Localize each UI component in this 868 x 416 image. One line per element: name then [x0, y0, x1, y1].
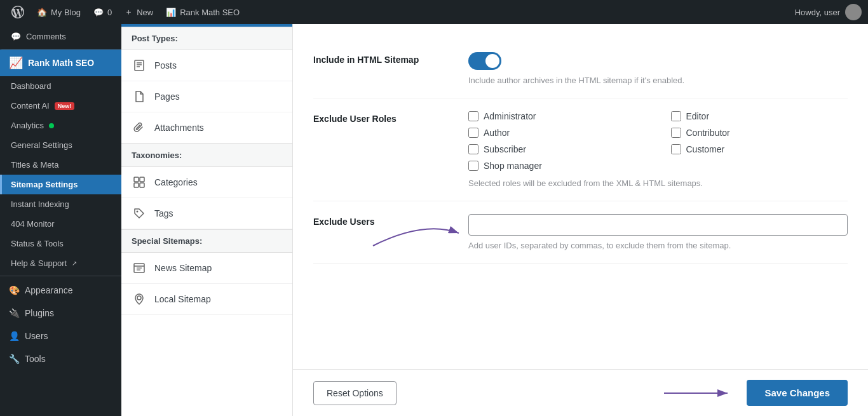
- new-button[interactable]: ＋ New: [119, 0, 158, 24]
- pages-label: Pages: [154, 91, 180, 102]
- sidebar-item-content-ai[interactable]: Content AI New!: [0, 96, 121, 116]
- plugins-label: Plugins: [25, 308, 54, 318]
- exclude-user-roles-label: Exclude User Roles: [313, 111, 453, 124]
- nav-local-sitemap[interactable]: Local Sitemap: [121, 284, 292, 315]
- home-icon: 🏠: [37, 8, 47, 17]
- plus-icon: ＋: [125, 6, 133, 18]
- shop-manager-checkbox[interactable]: [468, 161, 478, 171]
- attachments-icon: [132, 120, 147, 135]
- content-ai-label: Content AI: [11, 101, 50, 111]
- reset-button-wrapper: Reset Options: [313, 381, 397, 405]
- user-avatar[interactable]: [845, 4, 862, 20]
- sidebar-item-sitemap-settings[interactable]: Sitemap Settings: [0, 175, 121, 194]
- sitemap-settings-label: Sitemap Settings: [11, 180, 78, 189]
- checkbox-shop-manager: Shop manager: [468, 161, 646, 171]
- contributor-checkbox[interactable]: [671, 128, 681, 138]
- howdy-section: Howdy, user: [795, 4, 862, 20]
- sidebar-item-tools[interactable]: 🔧 Tools: [0, 347, 121, 370]
- nav-pages[interactable]: Pages: [121, 81, 292, 112]
- svg-rect-5: [140, 177, 144, 182]
- save-changes-button[interactable]: Save Changes: [747, 380, 848, 406]
- save-button-wrapper: Save Changes: [658, 380, 848, 406]
- administrator-checkbox[interactable]: [468, 111, 478, 121]
- nav-news-sitemap[interactable]: News Sitemap: [121, 253, 292, 284]
- exclude-user-roles-control: Administrator Editor Author: [468, 111, 848, 188]
- reset-options-button[interactable]: Reset Options: [313, 381, 397, 405]
- nav-tags[interactable]: Tags: [121, 198, 292, 229]
- special-sitemaps-section: Special Sitemaps:: [121, 229, 292, 253]
- taxonomies-section: Taxonomies:: [121, 144, 292, 167]
- wp-logo-button[interactable]: [6, 0, 29, 24]
- sidebar-item-users[interactable]: 👤 Users: [0, 325, 121, 347]
- svg-point-13: [137, 296, 141, 300]
- categories-label: Categories: [154, 177, 198, 187]
- post-types-title: Post Types:: [132, 34, 178, 43]
- checkbox-contributor: Contributor: [671, 128, 848, 138]
- rank-math-header[interactable]: 📈 Rank Math SEO: [0, 50, 121, 76]
- toggle-knob: [485, 54, 499, 68]
- editor-checkbox[interactable]: [671, 111, 681, 121]
- svg-point-8: [137, 211, 139, 213]
- checkbox-author: Author: [468, 128, 646, 138]
- nav-categories[interactable]: Categories: [121, 167, 292, 198]
- sidebar-item-appearance[interactable]: 🎨 Appearance: [0, 279, 121, 302]
- comment-count: 0: [107, 8, 112, 17]
- sidebar-item-analytics[interactable]: Analytics: [0, 116, 121, 135]
- help-support-label: Help & Support: [11, 258, 67, 268]
- sidebar-item-help-support[interactable]: Help & Support ↗: [0, 253, 121, 273]
- news-sitemap-icon: [132, 260, 147, 276]
- tags-icon: [132, 206, 147, 221]
- status-tools-label: Status & Tools: [11, 239, 64, 248]
- sidebar-item-instant-indexing[interactable]: Instant Indexing: [0, 194, 121, 214]
- analytics-dot: [49, 123, 54, 128]
- nav-panel: Post Types: Posts: [121, 24, 293, 416]
- author-label: Author: [484, 128, 510, 138]
- html-sitemap-toggle[interactable]: [468, 52, 501, 70]
- rank-math-bar-button[interactable]: 📊 Rank Math SEO: [161, 0, 245, 24]
- attachments-label: Attachments: [154, 123, 204, 133]
- html-sitemap-label: Include in HTML Sitemap: [313, 52, 453, 65]
- new-badge: New!: [55, 102, 75, 110]
- svg-rect-0: [135, 60, 144, 70]
- sidebar-item-plugins[interactable]: 🔌 Plugins: [0, 302, 121, 325]
- customer-checkbox[interactable]: [671, 144, 681, 154]
- checkbox-administrator: Administrator: [468, 111, 646, 121]
- analytics-label: Analytics: [11, 121, 44, 130]
- settings-container: Include in HTML Sitemap Include author a…: [293, 24, 868, 416]
- rank-math-sidebar-title: Rank Math SEO: [28, 58, 94, 68]
- tools-icon: 🔧: [9, 354, 20, 364]
- comments-button[interactable]: 💬 0: [88, 0, 117, 24]
- svg-rect-6: [134, 183, 139, 187]
- sidebar-item-titles-meta[interactable]: Titles & Meta: [0, 155, 121, 175]
- svg-rect-4: [134, 177, 139, 182]
- administrator-label: Administrator: [484, 111, 536, 121]
- exclude-users-input[interactable]: [468, 214, 848, 236]
- my-blog-button[interactable]: 🏠 My Blog: [32, 0, 86, 24]
- rank-math-sidebar-icon: 📈: [9, 56, 23, 70]
- nav-attachments[interactable]: Attachments: [121, 112, 292, 144]
- wp-logo-icon: [11, 6, 24, 18]
- exclude-users-label: Exclude Users: [313, 214, 453, 227]
- exclude-users-control: Add user IDs, separated by commas, to ex…: [468, 214, 848, 250]
- sidebar-item-dashboard[interactable]: Dashboard: [0, 76, 121, 96]
- sidebar-item-404-monitor[interactable]: 404 Monitor: [0, 214, 121, 234]
- sidebar-item-comments[interactable]: 💬 Comments: [0, 24, 121, 50]
- general-settings-label: General Settings: [11, 140, 72, 150]
- subscriber-checkbox[interactable]: [468, 144, 478, 154]
- settings-content: Include in HTML Sitemap Include author a…: [293, 24, 868, 369]
- taxonomies-title: Taxonomies:: [132, 151, 182, 160]
- titles-meta-label: Titles & Meta: [11, 160, 58, 170]
- rank-math-bar-label: Rank Math SEO: [180, 8, 240, 17]
- sidebar-item-general-settings[interactable]: General Settings: [0, 135, 121, 155]
- categories-icon: [132, 175, 147, 190]
- pages-icon: [132, 89, 147, 104]
- posts-label: Posts: [154, 60, 177, 70]
- author-checkbox[interactable]: [468, 128, 478, 138]
- nav-posts[interactable]: Posts: [121, 50, 292, 81]
- 404-monitor-label: 404 Monitor: [11, 219, 55, 229]
- sidebar-divider: [0, 276, 121, 276]
- plugins-icon: 🔌: [9, 308, 20, 318]
- instant-indexing-label: Instant Indexing: [11, 199, 69, 209]
- users-icon: 👤: [9, 331, 20, 341]
- sidebar-item-status-tools[interactable]: Status & Tools: [0, 234, 121, 253]
